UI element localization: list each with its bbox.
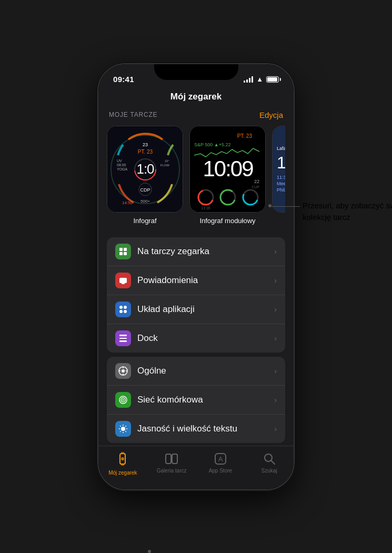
svg-text:08:00: 08:00	[117, 163, 126, 167]
status-icons: ▲	[244, 75, 279, 83]
svg-point-59	[121, 427, 125, 431]
svg-rect-49	[119, 340, 127, 342]
tab-search[interactable]: Szukaj	[245, 450, 294, 475]
signal-bars-icon	[244, 76, 253, 83]
svg-text:S&P 500 ▲+5.22: S&P 500 ▲+5.22	[194, 142, 231, 147]
dock-icon	[115, 330, 131, 346]
svg-rect-41	[119, 278, 127, 283]
gallery-tab-icon	[164, 451, 179, 466]
menu-label-brightness: Jasność i wielkość tekstu	[137, 424, 274, 434]
svg-point-58	[123, 399, 124, 400]
svg-point-51	[122, 369, 125, 373]
svg-text:10:09: 10:09	[203, 156, 253, 181]
menu-label-dock: Dock	[137, 333, 274, 344]
svg-rect-70	[121, 464, 124, 466]
my-watch-tab-icon	[115, 451, 130, 468]
watch-face-modular[interactable]: PT. 23 S&P 500 ▲+5.22 10:09	[189, 126, 266, 225]
notch	[154, 64, 238, 80]
svg-text:PT. 23: PT. 23	[138, 149, 153, 155]
svg-text:PT. 23: PT. 23	[237, 133, 253, 139]
infograf-face-svg: PT. 23 1:0 UV 08:00 YOGA 22° FLOW	[107, 126, 183, 213]
chevron-cellular: ›	[274, 396, 277, 404]
status-time: 09:41	[113, 75, 134, 84]
tab-label-gallery: Galeria tarcz	[157, 468, 187, 474]
tab-label-app-store: App Store	[209, 468, 232, 474]
tab-label-search: Szukaj	[262, 468, 277, 474]
svg-text:Meet w: Meet w	[277, 181, 285, 186]
wifi-icon: ▲	[256, 75, 263, 83]
svg-rect-40	[124, 252, 127, 255]
svg-rect-69	[121, 452, 124, 454]
svg-point-46	[124, 310, 127, 313]
menu-item-watch-face[interactable]: Na tarczy zegarka ›	[107, 237, 285, 266]
chevron-dock: ›	[274, 334, 277, 343]
svg-text:13 26: 13 26	[201, 206, 210, 210]
svg-text:FLOW: FLOW	[160, 164, 170, 167]
watch-face-preview-3: 23 PT. Lafaye 11:0 11:30 Meet w Philz C	[272, 126, 285, 213]
svg-text:YOGA: YOGA	[117, 167, 128, 171]
chevron-general: ›	[274, 367, 277, 375]
svg-rect-48	[119, 338, 127, 339]
watch-face-california[interactable]: 23 PT. Lafaye 11:0 11:30 Meet w Philz C	[272, 126, 285, 225]
svg-rect-37	[119, 248, 123, 251]
notifications-icon	[115, 273, 131, 288]
cellular-icon	[115, 392, 131, 408]
menu-label-general: Ogólne	[137, 366, 274, 376]
appstore-tab-icon: A	[213, 451, 228, 466]
general-icon	[115, 363, 131, 379]
svg-point-43	[119, 306, 123, 309]
menu-item-brightness[interactable]: Jasność i wielkość tekstu ›	[107, 415, 285, 443]
svg-rect-42	[122, 283, 125, 284]
watch-tab-svg	[115, 451, 130, 466]
menu-item-dock[interactable]: Dock ›	[107, 324, 285, 353]
svg-rect-38	[124, 248, 127, 251]
watch-face-infograf[interactable]: PT. 23 1:0 UV 08:00 YOGA 22° FLOW	[107, 126, 183, 225]
annotation-right: Przesuń, aby zobaczyć swoją kolekcję tar…	[303, 200, 392, 224]
menu-item-cellular[interactable]: Sieć komórkowa ›	[107, 386, 285, 415]
watch-face-preview-2: PT. 23 S&P 500 ▲+5.22 10:09	[189, 126, 266, 213]
svg-text:CUP: CUP	[252, 185, 259, 189]
svg-text:22°: 22°	[165, 159, 170, 163]
svg-rect-39	[119, 252, 123, 255]
watch-face-preview-1: PT. 23 1:0 UV 08:00 YOGA 22° FLOW	[107, 126, 183, 213]
svg-text:Philz C: Philz C	[277, 187, 285, 193]
svg-text:23: 23	[143, 142, 148, 147]
menu-item-general[interactable]: Ogólne ›	[107, 357, 285, 386]
page-title: Mój zegarek	[107, 87, 285, 110]
battery-icon	[266, 76, 279, 83]
chevron-notifications: ›	[274, 276, 277, 285]
search-tab-icon	[262, 451, 277, 466]
watch-faces-scroll[interactable]: PT. 23 1:0 UV 08:00 YOGA 22° FLOW	[107, 126, 285, 225]
svg-line-64	[120, 426, 120, 426]
watch-faces-header: MOJE TARCZE Edycja	[107, 110, 285, 119]
tab-face-gallery[interactable]: Galeria tarcz	[147, 450, 196, 475]
brightness-icon	[115, 421, 131, 437]
svg-point-44	[124, 306, 127, 309]
menu-group-1: Na tarczy zegarka › Powiadomienia ›	[107, 237, 285, 353]
watch-face-label-2: Infograf modułowy	[199, 217, 255, 225]
svg-line-66	[125, 426, 126, 426]
tab-label-my-watch: Mój zegarek	[108, 470, 137, 476]
svg-text:UV: UV	[117, 159, 122, 163]
tab-my-watch[interactable]: Mój zegarek	[98, 450, 147, 477]
svg-text:500+: 500+	[140, 199, 150, 204]
svg-text:22: 22	[254, 179, 259, 184]
tab-app-store[interactable]: A App Store	[196, 450, 245, 475]
menu-item-notifications[interactable]: Powiadomienia ›	[107, 266, 285, 295]
svg-text:11:0: 11:0	[277, 153, 285, 172]
edit-button[interactable]: Edycja	[259, 110, 283, 119]
chevron-brightness: ›	[274, 425, 277, 433]
svg-text:14:50: 14:50	[122, 200, 133, 205]
menu-label-cellular: Sieć komórkowa	[137, 395, 274, 405]
svg-point-45	[119, 310, 123, 313]
phone-frame: 09:41 ▲ Mój zegarek	[97, 63, 295, 490]
menu-label-notifications: Powiadomienia	[137, 275, 274, 286]
section-label-tarcze: MOJE TARCZE	[109, 111, 157, 118]
menu-item-app-layout[interactable]: Układ aplikacji ›	[107, 295, 285, 324]
svg-line-67	[120, 431, 120, 431]
tab-bar: Mój zegarek Galeria tarcz A App Store	[98, 446, 294, 489]
svg-rect-73	[172, 454, 177, 464]
svg-text:1:0: 1:0	[136, 161, 154, 177]
watch-face-label-1: Infograf	[133, 217, 156, 225]
menu-label-app-layout: Układ aplikacji	[137, 304, 274, 315]
